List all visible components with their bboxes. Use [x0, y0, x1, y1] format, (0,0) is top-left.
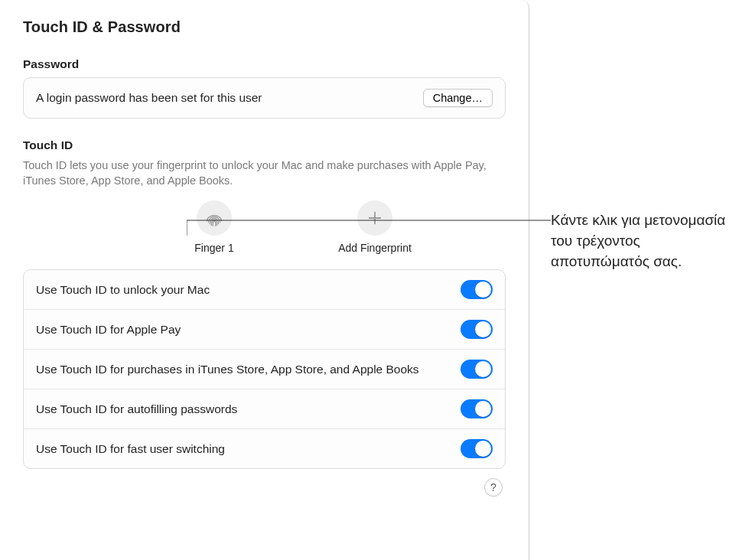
callout-text: Κάντε κλικ για μετονομασία του τρέχοντος…: [551, 210, 731, 272]
password-status: A login password has been set for this u…: [36, 91, 262, 105]
touchid-options: Use Touch ID to unlock your Mac Use Touc…: [23, 269, 506, 469]
toggle-fast-switch[interactable]: [461, 439, 493, 458]
password-box: A login password has been set for this u…: [23, 77, 506, 119]
help-row: ?: [23, 478, 506, 497]
fingerprint-1[interactable]: Finger 1: [168, 200, 260, 254]
touchid-section: Touch ID Touch ID lets you use your fing…: [23, 138, 506, 497]
fingerprints-row: Finger 1 Add Fingerprint: [23, 200, 506, 254]
option-applepay-label: Use Touch ID for Apple Pay: [36, 322, 196, 337]
option-apple-pay: Use Touch ID for Apple Pay: [24, 309, 505, 349]
change-password-button[interactable]: Change…: [423, 89, 493, 107]
option-unlock-mac: Use Touch ID to unlock your Mac: [24, 270, 505, 309]
help-button[interactable]: ?: [484, 478, 503, 497]
option-autofill-label: Use Touch ID for autofilling passwords: [36, 402, 252, 417]
option-fast-switch: Use Touch ID for fast user switching: [24, 428, 505, 468]
option-purchases-label: Use Touch ID for purchases in iTunes Sto…: [36, 362, 435, 377]
fingerprint-1-label: Finger 1: [194, 242, 233, 254]
add-fingerprint-label: Add Fingerprint: [338, 242, 412, 254]
toggle-unlock-mac[interactable]: [461, 280, 493, 299]
password-heading: Password: [23, 57, 506, 71]
help-icon: ?: [490, 481, 496, 493]
touchid-heading: Touch ID: [23, 138, 506, 152]
page-title: Touch ID & Password: [23, 18, 506, 36]
plus-icon: [357, 200, 392, 236]
settings-panel: Touch ID & Password Password A login pas…: [0, 0, 529, 560]
fingerprint-icon: [197, 200, 232, 236]
option-autofill: Use Touch ID for autofilling passwords: [24, 389, 505, 428]
toggle-autofill[interactable]: [461, 399, 493, 418]
toggle-apple-pay[interactable]: [461, 320, 493, 339]
add-fingerprint-button[interactable]: Add Fingerprint: [329, 200, 421, 254]
option-unlock-label: Use Touch ID to unlock your Mac: [36, 282, 225, 298]
option-purchases: Use Touch ID for purchases in iTunes Sto…: [24, 349, 505, 389]
touchid-description: Touch ID lets you use your fingerprint t…: [23, 158, 506, 188]
option-fastswitch-label: Use Touch ID for fast user switching: [36, 441, 240, 457]
toggle-purchases[interactable]: [461, 360, 493, 379]
